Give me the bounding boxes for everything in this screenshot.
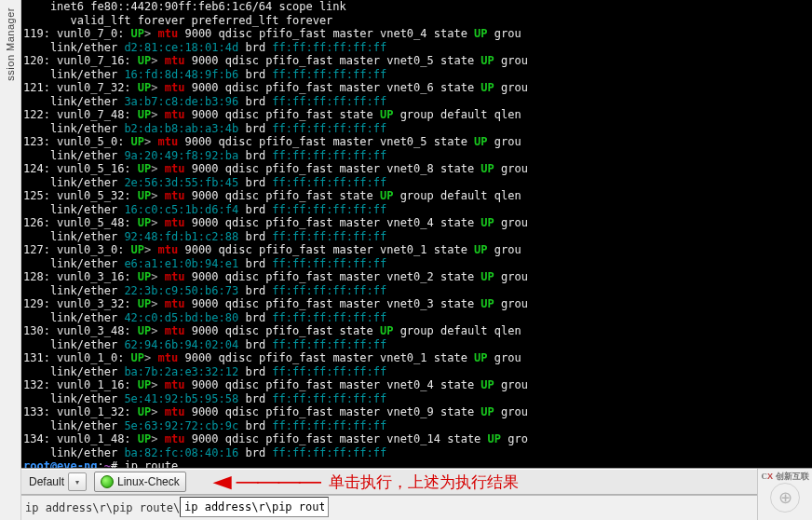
toolbar: Default ▾ Linux-Check ◄──── 单击执行，上述为执行结果 <box>21 469 812 495</box>
gutter-label: ssion Manager <box>5 7 16 81</box>
route-input[interactable] <box>180 497 329 517</box>
status-dot-icon <box>101 475 114 488</box>
arrow-icon: ◄──── <box>207 471 319 493</box>
default-dropdown[interactable]: ▾ <box>68 472 87 491</box>
btn-label: Linux-Check <box>117 475 180 488</box>
linux-check-button[interactable]: Linux-Check <box>94 472 186 492</box>
annotation-text: 单击执行，上述为执行结果 <box>329 472 519 493</box>
terminal-output[interactable]: inet6 fe80::4420:90ff:feb6:1c6/64 scope … <box>21 0 812 469</box>
default-label: Default <box>29 475 64 488</box>
command-input-bar: ip address\r\pip route\r <box>21 495 758 520</box>
route-text: ip address\r\pip route\r <box>25 501 186 514</box>
watermark-icon: ⊕ <box>770 483 800 513</box>
watermark: CX 创新互联 ⊕ <box>757 469 812 520</box>
session-manager-gutter[interactable]: ssion Manager <box>0 0 21 520</box>
